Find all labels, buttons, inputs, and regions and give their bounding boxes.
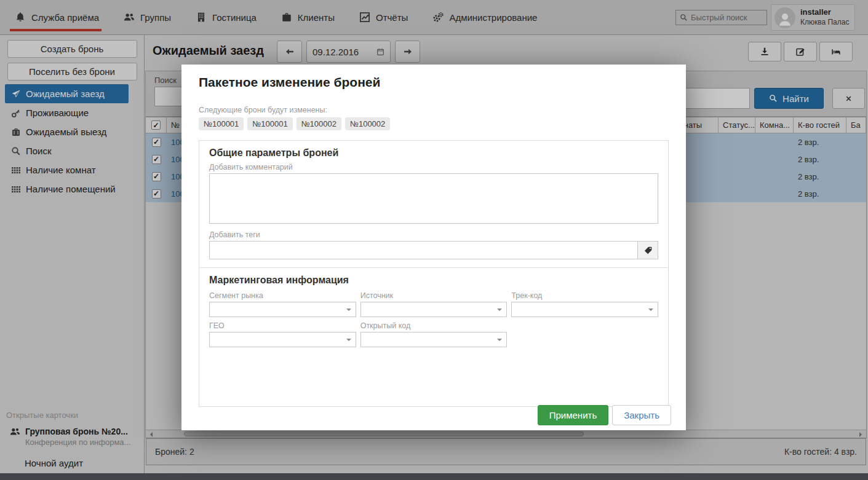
batch-edit-modal: Пакетное изменение броней Следующие брон… xyxy=(181,65,686,430)
affected-bookings-chips: №100001 №100001 №100002 №100002 xyxy=(199,117,669,130)
modal-footer: Применить Закрыть xyxy=(538,405,671,425)
booking-chip: №100002 xyxy=(297,117,341,130)
modal-title: Пакетное изменение броней xyxy=(199,75,669,90)
general-params-title: Общие параметры броней xyxy=(209,148,658,159)
marketing-info-title: Маркетинговая информация xyxy=(209,275,658,286)
geo-select[interactable] xyxy=(209,332,356,347)
booking-chip: №100001 xyxy=(199,117,244,130)
apply-button[interactable]: Применить xyxy=(538,405,609,425)
source-label: Источник xyxy=(360,291,508,300)
tags-input[interactable] xyxy=(209,241,638,259)
general-params-section: Общие параметры броней Добавить коммента… xyxy=(199,140,669,268)
source-select[interactable] xyxy=(360,302,508,317)
affected-bookings-label: Следующие брони будут изменены: xyxy=(199,106,669,114)
geo-label: ГЕО xyxy=(209,321,356,330)
tag-icon xyxy=(643,246,653,255)
open-code-select[interactable] xyxy=(360,332,508,347)
close-button[interactable]: Закрыть xyxy=(612,405,671,425)
market-segment-label: Сегмент рынка xyxy=(209,291,356,300)
comment-textarea[interactable] xyxy=(209,173,658,224)
market-segment-select[interactable] xyxy=(209,302,356,317)
comment-label: Добавить комментарий xyxy=(209,163,658,171)
track-code-label: Трек-код xyxy=(511,291,658,300)
booking-chip: №100002 xyxy=(345,117,390,130)
marketing-info-section: Маркетинговая информация Сегмент рынка И… xyxy=(199,267,669,407)
track-code-select[interactable] xyxy=(511,302,658,317)
add-tag-button[interactable] xyxy=(638,241,658,259)
tags-label: Добавить теги xyxy=(209,230,658,239)
pms-app: Служба приёма Группы Гостиница Клиенты О… xyxy=(0,0,868,480)
booking-chip: №100001 xyxy=(247,117,292,130)
open-code-label: Открытый код xyxy=(360,321,508,330)
